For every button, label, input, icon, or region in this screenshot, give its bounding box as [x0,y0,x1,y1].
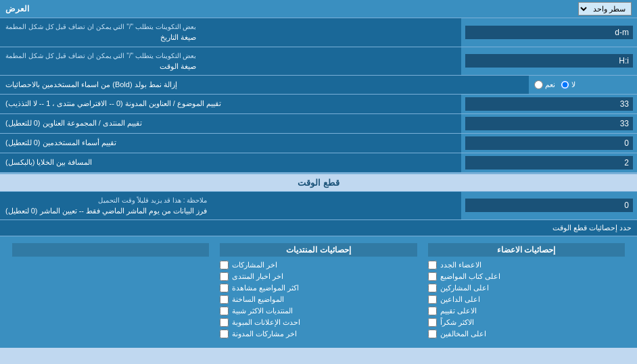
checkbox-most-viewed: اكثر المواضيع مشاهدة [220,284,417,292]
checkbox-most-thanked-input[interactable] [428,318,437,327]
checkbox-last-blog-posts: اخر مشاركات المدونة [220,330,417,338]
user-sort-input[interactable] [465,136,633,150]
date-format-input-cell [461,18,637,47]
cell-spacing-label: المسافة بين الخلايا (بالبكسل) [0,153,461,172]
time-format-label: صيغة الوقت [5,61,196,72]
cell-spacing-input-cell [461,153,637,172]
col2-stats: إحصائيات المنتديات اخر المشاركات اخر اخب… [214,240,422,344]
checkbox-top-violators: اعلى المخالفين [428,330,625,338]
checkbox-hot-topics-label: المواضيع الساخنة [232,295,284,304]
checkbox-top-callers: اعلى الداعين [428,295,625,304]
topic-sort-row: تقييم الموضوع / العناوين المدونة (0 -- ا… [0,95,637,114]
checkbox-top-violators-input[interactable] [428,330,437,338]
date-format-label: صيغة التاريخ [5,32,196,43]
checkboxes-section: إحصائيات الاعضاء الاعضاء الجدد اعلى كتاب… [0,236,637,348]
checkbox-most-similar-forums: المنتديات الاكثر شبية [220,307,417,315]
checkboxes-grid: إحصائيات الاعضاء الاعضاء الجدد اعلى كتاب… [7,240,630,344]
checkbox-top-topic-writers-input[interactable] [428,272,437,281]
checkbox-most-thanked: الاكثر شكراً [428,318,625,327]
checkbox-most-similar-forums-input[interactable] [220,307,229,315]
forum-sort-input-cell [461,114,637,133]
topic-sort-input-cell [461,95,637,113]
checkbox-top-participants-input[interactable] [428,284,437,292]
time-format-row: بعض التكوينات يتطلب "/" التي يمكن ان تضا… [0,47,637,76]
bold-remove-row: لا نعم إزالة نمط بولد (Bold) من اسماء ال… [0,76,637,95]
checkbox-top-participants-label: اعلى المشاركين [440,284,489,292]
bold-no-label: لا [571,80,575,89]
checkbox-latest-classifieds-input[interactable] [220,318,229,327]
display-header-row: سطر واحد العرض [0,0,637,18]
checkbox-latest-classifieds: احدث الإعلانات المبوبة [220,318,417,327]
display-select[interactable]: سطر واحد [578,2,632,16]
checkbox-top-participants: اعلى المشاركين [428,284,625,292]
time-filter-input-cell [461,192,637,220]
checkbox-highest-rated: الاعلى تقييم [428,307,625,315]
topic-sort-label: تقييم الموضوع / العناوين المدونة (0 -- ا… [0,95,461,113]
time-filter-input[interactable] [465,199,633,212]
checkbox-hot-topics: المواضيع الساخنة [220,295,417,304]
time-format-input-cell [461,47,637,76]
bold-no-radio[interactable] [561,80,569,89]
checkbox-most-similar-forums-label: المنتديات الاكثر شبية [232,307,293,315]
col3-header: إحصائيات الاعضاء [428,243,625,257]
checkbox-highest-rated-input[interactable] [428,307,437,315]
time-filter-sublabel: ملاحظة : هذا قد يزيد قليلاً وقت التحميل [5,195,207,205]
col2-header: إحصائيات المنتديات [220,243,417,257]
checkbox-most-viewed-label: اكثر المواضيع مشاهدة [232,284,299,292]
time-section-title: قطع الوقت [298,178,339,188]
time-format-input[interactable] [465,54,633,68]
date-format-sublabel: بعض التكوينات يتطلب "/" التي يمكن ان تضا… [5,22,196,32]
checkbox-top-callers-label: اعلى الداعين [440,295,480,304]
checkbox-top-callers-input[interactable] [428,295,437,304]
limit-stats-label: حدد إحصائيات قطع الوقت [552,224,632,232]
checkbox-highest-rated-label: الاعلى تقييم [440,307,477,315]
checkbox-forum-news: اخر اخبار المنتدى [220,272,417,281]
cell-spacing-input[interactable] [465,156,633,170]
time-section-header: قطع الوقت [0,173,637,192]
checkbox-hot-topics-input[interactable] [220,295,229,304]
cell-spacing-row: المسافة بين الخلايا (بالبكسل) [0,153,637,173]
date-format-input[interactable] [465,26,633,39]
checkbox-new-members: الاعضاء الجدد [428,261,625,269]
checkbox-forum-news-input[interactable] [220,272,229,281]
checkbox-last-posts: اخر المشاركات [220,261,417,269]
col1-stats [7,240,214,344]
checkbox-forum-news-label: اخر اخبار المنتدى [232,272,283,281]
time-filter-label: فرز البيانات من يوم الماشر الماضي فقط --… [5,205,207,217]
bold-remove-radio-cell: لا نعم [529,76,637,94]
user-sort-label: تقييم أسماء المستخدمين (0 للتعطيل) [0,134,461,153]
time-filter-label-cell: ملاحظة : هذا قد يزيد قليلاً وقت التحميل … [0,192,461,220]
checkbox-new-members-label: الاعضاء الجدد [440,261,481,269]
col3-stats: إحصائيات الاعضاء الاعضاء الجدد اعلى كتاب… [423,240,630,344]
user-sort-row: تقييم أسماء المستخدمين (0 للتعطيل) [0,134,637,153]
user-sort-input-cell [461,134,637,153]
date-format-row: بعض التكوينات يتطلب "/" التي يمكن ان تضا… [0,18,637,47]
topic-sort-input[interactable] [465,97,633,111]
display-label: العرض [5,4,29,14]
limit-stats-row: حدد إحصائيات قطع الوقت [0,220,637,236]
checkbox-last-blog-posts-label: اخر مشاركات المدونة [232,330,297,338]
forum-sort-row: تقييم المنتدى / المجموعة العناوين (0 للت… [0,114,637,134]
checkbox-most-viewed-input[interactable] [220,284,229,292]
forum-sort-input[interactable] [465,117,633,130]
display-dropdown-cell[interactable]: سطر واحد [578,2,632,16]
checkbox-most-thanked-label: الاكثر شكراً [440,318,474,327]
checkbox-last-blog-posts-input[interactable] [220,330,229,338]
bold-yes-label: نعم [545,80,555,89]
checkbox-top-topic-writers: اعلى كتاب المواضيع [428,272,625,281]
col1-header [12,243,209,257]
time-format-label-cell: بعض التكوينات يتطلب "/" التي يمكن ان تضا… [0,47,461,76]
checkbox-latest-classifieds-label: احدث الإعلانات المبوبة [232,318,300,327]
checkbox-new-members-input[interactable] [428,261,437,269]
checkbox-top-violators-label: اعلى المخالفين [440,330,486,338]
time-format-sublabel: بعض التكوينات يتطلب "/" التي يمكن ان تضا… [5,51,196,61]
forum-sort-label: تقييم المنتدى / المجموعة العناوين (0 للت… [0,114,461,133]
bold-remove-label: إزالة نمط بولد (Bold) من اسماء المستخدمي… [0,76,529,94]
time-filter-row: ملاحظة : هذا قد يزيد قليلاً وقت التحميل … [0,192,637,221]
bold-yes-radio[interactable] [534,80,543,89]
checkbox-top-topic-writers-label: اعلى كتاب المواضيع [440,272,500,281]
checkbox-last-posts-label: اخر المشاركات [232,261,277,269]
checkbox-last-posts-input[interactable] [220,261,229,269]
date-format-label-cell: بعض التكوينات يتطلب "/" التي يمكن ان تضا… [0,18,461,47]
